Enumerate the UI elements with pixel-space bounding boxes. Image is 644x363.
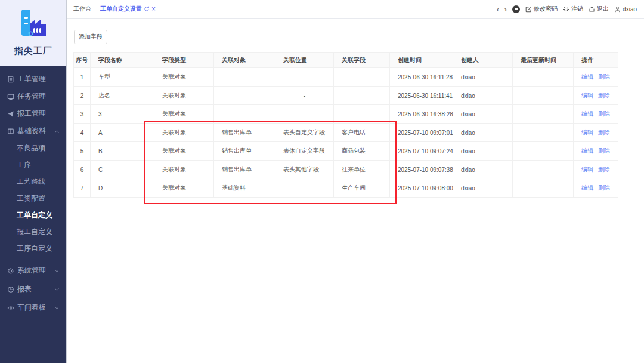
cell-updated-at bbox=[513, 68, 574, 87]
cell-related-field: 往来单位 bbox=[334, 161, 390, 179]
minus-circle-icon[interactable] bbox=[512, 5, 520, 13]
edit-link[interactable]: 编辑 bbox=[581, 92, 593, 99]
tab-workbench[interactable]: 工作台 bbox=[73, 5, 91, 13]
sidebar-item-work-order-mgmt[interactable]: 工单管理 bbox=[0, 70, 66, 88]
monitor-icon bbox=[7, 93, 14, 100]
cell-field-type: 关联对象 bbox=[154, 124, 214, 142]
chevron-down-icon bbox=[54, 268, 60, 273]
sidebar-item-process-custom[interactable]: 工序自定义 bbox=[0, 240, 66, 257]
delete-link[interactable]: 删除 bbox=[598, 92, 610, 99]
user-menu[interactable]: dxiao bbox=[614, 6, 637, 13]
cell-related-field: 商品包装 bbox=[334, 142, 390, 161]
cell-actions: 编辑删除 bbox=[574, 87, 618, 105]
edit-link[interactable]: 编辑 bbox=[581, 184, 593, 191]
chevron-right-icon[interactable]: › bbox=[504, 5, 507, 13]
cell-creator: dxiao bbox=[453, 87, 513, 105]
col-header-created-at: 创建时间 bbox=[390, 53, 453, 68]
table-row: 4 A 关联对象 销售出库单 表头自定义字段 客户电话 2025-07-10 0… bbox=[74, 124, 618, 142]
table-row: 5 B 关联对象 销售出库单 表体自定义字段 商品包装 2025-07-10 0… bbox=[74, 142, 618, 161]
cell-related-object: 销售出库单 bbox=[214, 161, 275, 179]
col-header-creator: 创建人 bbox=[453, 53, 513, 68]
sidebar-item-report-work-mgmt[interactable]: 报工管理 bbox=[0, 105, 66, 122]
cell-field-name: B bbox=[91, 142, 154, 161]
sidebar-item-workshop-board[interactable]: 车间看板 bbox=[0, 299, 66, 317]
cell-creator: dxiao bbox=[453, 161, 513, 179]
cell-field-name: 店名 bbox=[91, 87, 154, 105]
topbar: 工作台 工单自定义设置 × ‹ › 修改密码 注销 退出 bbox=[67, 0, 644, 19]
cell-actions: 编辑删除 bbox=[574, 179, 618, 198]
delete-link[interactable]: 删除 bbox=[598, 166, 610, 173]
delete-link[interactable]: 删除 bbox=[598, 110, 610, 117]
cell-updated-at bbox=[513, 124, 574, 142]
sidebar-item-salary-config[interactable]: 工资配置 bbox=[0, 190, 66, 207]
cell-related-position: - bbox=[275, 68, 334, 87]
sidebar-item-reports[interactable]: 报表 bbox=[0, 280, 66, 299]
edit-link[interactable]: 编辑 bbox=[581, 110, 593, 117]
exit-button[interactable]: 退出 bbox=[589, 5, 609, 13]
cell-created-at: 2025-06-30 16:38:28 bbox=[390, 105, 453, 124]
delete-link[interactable]: 删除 bbox=[598, 73, 610, 80]
delete-link[interactable]: 删除 bbox=[598, 184, 610, 191]
change-password-button[interactable]: 修改密码 bbox=[525, 5, 558, 13]
sidebar-item-system-mgmt[interactable]: 系统管理 bbox=[0, 262, 66, 280]
sidebar: 指尖工厂 工单管理 任务管理 报工管理 基础资料 不良品项 工序 工艺路线 工资… bbox=[0, 0, 66, 363]
cell-created-at: 2025-07-10 09:07:24 bbox=[390, 142, 453, 161]
topbar-actions: ‹ › 修改密码 注销 退出 dxiao bbox=[496, 5, 637, 13]
delete-link[interactable]: 删除 bbox=[598, 147, 610, 154]
tab-work-order-custom-settings[interactable]: 工单自定义设置 × bbox=[100, 5, 156, 13]
cell-related-position: - bbox=[275, 105, 334, 124]
cell-field-name: A bbox=[91, 124, 154, 142]
refresh-icon[interactable] bbox=[144, 6, 150, 12]
sidebar-item-work-order-custom[interactable]: 工单自定义 bbox=[0, 207, 66, 223]
cell-field-type: 关联对象 bbox=[154, 68, 214, 87]
cell-field-type: 关联对象 bbox=[154, 142, 214, 161]
gear-icon bbox=[7, 267, 14, 275]
sidebar-item-task-mgmt[interactable]: 任务管理 bbox=[0, 88, 66, 105]
add-field-button[interactable]: 添加字段 bbox=[74, 30, 107, 44]
app-title: 指尖工厂 bbox=[14, 45, 52, 57]
document-icon bbox=[7, 76, 14, 83]
col-header-seq: 序号 bbox=[74, 53, 91, 68]
cell-related-position: 表头其他字段 bbox=[275, 161, 334, 179]
edit-link[interactable]: 编辑 bbox=[581, 73, 593, 80]
sidebar-item-defect-items[interactable]: 不良品项 bbox=[0, 140, 66, 156]
cell-field-name: D bbox=[91, 179, 154, 198]
sidebar-item-process-route[interactable]: 工艺路线 bbox=[0, 173, 66, 190]
cell-updated-at bbox=[513, 87, 574, 105]
cell-related-object: 基础资料 bbox=[214, 179, 275, 198]
cell-creator: dxiao bbox=[453, 142, 513, 161]
factory-logo-icon bbox=[18, 8, 49, 42]
sidebar-item-label: 报表 bbox=[17, 284, 32, 294]
edit-link[interactable]: 编辑 bbox=[581, 147, 593, 154]
sidebar-item-label: 系统管理 bbox=[17, 266, 46, 276]
exit-label: 退出 bbox=[597, 5, 609, 13]
cell-related-object: 销售出库单 bbox=[214, 142, 275, 161]
col-header-related-object: 关联对象 bbox=[214, 53, 275, 68]
logout-session-button[interactable]: 注销 bbox=[563, 5, 583, 13]
col-header-related-field: 关联字段 bbox=[334, 53, 390, 68]
tab-label: 工单自定义设置 bbox=[100, 5, 142, 13]
delete-link[interactable]: 删除 bbox=[598, 129, 610, 136]
sidebar-item-process[interactable]: 工序 bbox=[0, 156, 66, 173]
close-icon[interactable]: × bbox=[151, 6, 156, 12]
cell-seq: 4 bbox=[74, 124, 91, 142]
sidebar-item-basic-data[interactable]: 基础资料 bbox=[0, 122, 66, 140]
cell-actions: 编辑删除 bbox=[574, 161, 618, 179]
edit-link[interactable]: 编辑 bbox=[581, 166, 593, 173]
sidebar-item-label: 报工管理 bbox=[17, 109, 46, 119]
main-area: 工作台 工单自定义设置 × ‹ › 修改密码 注销 退出 bbox=[67, 0, 644, 363]
cell-related-position: - bbox=[275, 87, 334, 105]
edit-link[interactable]: 编辑 bbox=[581, 129, 593, 136]
book-icon bbox=[7, 128, 14, 135]
chevron-left-icon[interactable]: ‹ bbox=[496, 5, 499, 13]
sidebar-item-report-work-custom[interactable]: 报工自定义 bbox=[0, 223, 66, 240]
username-label: dxiao bbox=[623, 6, 637, 13]
col-header-related-position: 关联位置 bbox=[275, 53, 334, 68]
cell-seq: 5 bbox=[74, 142, 91, 161]
cell-seq: 1 bbox=[74, 68, 91, 87]
cell-field-type: 关联对象 bbox=[154, 105, 214, 124]
spinner-icon bbox=[563, 6, 569, 13]
cell-created-at: 2025-07-10 09:07:01 bbox=[390, 124, 453, 142]
sidebar-nav: 工单管理 任务管理 报工管理 基础资料 不良品项 工序 工艺路线 工资配置 工单… bbox=[0, 66, 66, 317]
cell-created-at: 2025-07-10 09:08:00 bbox=[390, 179, 453, 198]
